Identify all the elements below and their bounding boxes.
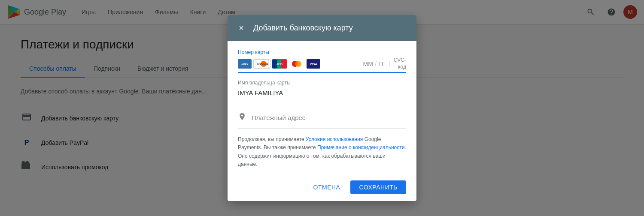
visa-logo: VISA <box>307 59 320 69</box>
tos-link-2[interactable]: Примечание о конфиденциальности <box>317 144 404 150</box>
save-button[interactable]: СОХРАНИТЬ <box>350 180 406 194</box>
cancel-button[interactable]: ОТМЕНА <box>307 180 347 194</box>
expiry-mm[interactable]: ММ <box>363 60 373 67</box>
address-row[interactable]: Платежный адрес <box>238 107 406 129</box>
card-number-row: AMEX DISCOVER <box>238 57 406 73</box>
tos-text: Продолжая, вы принимаете Условия использ… <box>238 135 406 168</box>
cardholder-section: Имя владельца карты IMYA FAMILIYA <box>238 80 406 100</box>
dialog-header: × Добавить банковскую карту <box>228 15 416 41</box>
expiry-cvc-group: ММ / ГГ | CVC-код <box>363 57 406 70</box>
discover-logo: DISCOVER <box>253 59 270 69</box>
modal-overlay: × Добавить банковскую карту Номер карты … <box>0 0 644 216</box>
svg-point-12 <box>295 62 298 66</box>
cardholder-input[interactable]: IMYA FAMILIYA <box>238 87 406 98</box>
location-icon <box>238 112 246 123</box>
cvc-divider: | <box>389 60 390 68</box>
expiry-yy[interactable]: ГГ <box>378 60 385 67</box>
tos-link-1[interactable]: Условия использования <box>306 136 363 142</box>
dialog-actions: ОТМЕНА СОХРАНИТЬ <box>228 175 416 201</box>
dialog-body: Номер карты AMEX <box>228 41 416 168</box>
dialog-close-button[interactable]: × <box>236 23 246 33</box>
tos-text-before: Продолжая, вы принимаете <box>238 136 306 142</box>
card-number-label: Номер карты <box>238 49 406 55</box>
dialog-title: Добавить банковскую карту <box>253 24 353 33</box>
mastercard-logo <box>289 59 305 69</box>
jcb-logo: JCB <box>272 59 287 69</box>
svg-text:VISA: VISA <box>310 62 317 66</box>
svg-text:DISCOVER: DISCOVER <box>257 63 269 66</box>
address-placeholder[interactable]: Платежный адрес <box>252 114 305 121</box>
cvc-label: CVC-код <box>394 57 406 70</box>
amex-logo: AMEX <box>238 59 252 69</box>
card-number-section: Номер карты AMEX <box>238 49 406 73</box>
cardholder-label: Имя владельца карты <box>238 80 406 86</box>
svg-text:AMEX: AMEX <box>241 63 248 65</box>
card-logos: AMEX DISCOVER <box>238 59 320 69</box>
expiry-separator: / <box>375 60 377 68</box>
add-card-dialog: × Добавить банковскую карту Номер карты … <box>228 15 416 201</box>
svg-text:JCB: JCB <box>276 63 283 66</box>
